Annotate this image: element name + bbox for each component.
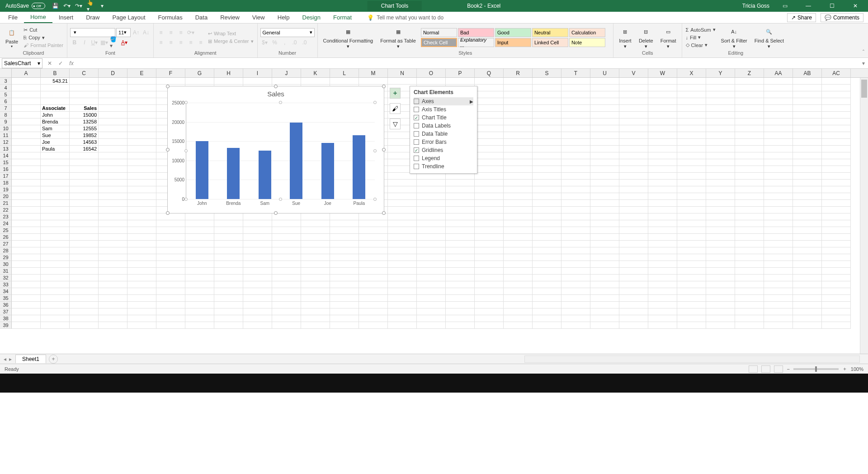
cell[interactable] bbox=[648, 125, 677, 132]
cell[interactable] bbox=[648, 132, 677, 139]
cell[interactable] bbox=[301, 315, 330, 322]
cell[interactable] bbox=[706, 200, 735, 207]
cell[interactable] bbox=[677, 98, 706, 105]
cell[interactable] bbox=[99, 186, 127, 193]
cell[interactable] bbox=[41, 275, 70, 281]
cell[interactable] bbox=[619, 132, 648, 139]
cell[interactable] bbox=[504, 275, 533, 281]
cell[interactable] bbox=[214, 261, 243, 268]
cell[interactable] bbox=[735, 295, 764, 302]
cell[interactable] bbox=[272, 241, 301, 247]
chart-bar[interactable] bbox=[321, 143, 334, 199]
cell[interactable] bbox=[648, 207, 677, 213]
tab-file[interactable]: File bbox=[2, 12, 24, 23]
cell[interactable] bbox=[504, 112, 533, 118]
cell[interactable] bbox=[561, 275, 590, 281]
cell[interactable] bbox=[99, 132, 127, 139]
cell[interactable] bbox=[735, 302, 764, 308]
cell[interactable] bbox=[417, 207, 446, 213]
cell[interactable] bbox=[330, 254, 359, 261]
cell[interactable] bbox=[735, 193, 764, 200]
cell[interactable] bbox=[793, 193, 822, 200]
cell[interactable] bbox=[446, 261, 475, 268]
cell[interactable] bbox=[243, 322, 272, 329]
cell[interactable] bbox=[156, 308, 185, 315]
sheet-nav-prev-icon[interactable]: ◂ bbox=[4, 356, 6, 362]
cell[interactable] bbox=[822, 241, 851, 247]
cell[interactable] bbox=[822, 200, 851, 207]
cell[interactable] bbox=[561, 85, 590, 91]
cell[interactable] bbox=[706, 227, 735, 234]
cell[interactable] bbox=[590, 302, 619, 308]
cell[interactable]: Associate bbox=[41, 105, 70, 112]
cell[interactable] bbox=[127, 139, 156, 146]
cell[interactable] bbox=[99, 125, 127, 132]
cell[interactable] bbox=[41, 85, 70, 91]
cell[interactable] bbox=[619, 118, 648, 125]
cell[interactable] bbox=[475, 227, 504, 234]
column-header[interactable]: B bbox=[41, 69, 70, 77]
cell[interactable] bbox=[41, 159, 70, 166]
orientation-icon[interactable]: ⟳▾ bbox=[186, 28, 195, 37]
cell[interactable] bbox=[793, 159, 822, 166]
cell[interactable] bbox=[446, 281, 475, 288]
cell[interactable] bbox=[504, 302, 533, 308]
cell[interactable]: 13258 bbox=[70, 118, 99, 125]
cell[interactable] bbox=[561, 159, 590, 166]
cell[interactable]: 19852 bbox=[70, 132, 99, 139]
cell[interactable] bbox=[388, 193, 417, 200]
cell[interactable] bbox=[561, 241, 590, 247]
cell[interactable] bbox=[735, 105, 764, 112]
cell[interactable] bbox=[648, 105, 677, 112]
cell[interactable] bbox=[590, 200, 619, 207]
zoom-in-icon[interactable]: ＋ bbox=[842, 365, 847, 372]
redo-icon[interactable]: ↷▾ bbox=[75, 2, 82, 9]
cell[interactable] bbox=[417, 288, 446, 295]
cell[interactable] bbox=[127, 275, 156, 281]
cell[interactable] bbox=[533, 118, 561, 125]
cell[interactable] bbox=[706, 132, 735, 139]
cell[interactable] bbox=[619, 193, 648, 200]
row-header[interactable]: 22 bbox=[0, 207, 12, 213]
cell[interactable] bbox=[330, 220, 359, 227]
cell[interactable] bbox=[677, 125, 706, 132]
cell[interactable] bbox=[12, 78, 41, 85]
row-header[interactable]: 24 bbox=[0, 220, 12, 227]
cell[interactable] bbox=[793, 85, 822, 91]
cell[interactable] bbox=[793, 268, 822, 275]
cell[interactable] bbox=[619, 200, 648, 207]
close-icon[interactable]: ✕ bbox=[847, 0, 863, 12]
cell[interactable] bbox=[127, 98, 156, 105]
column-header[interactable]: V bbox=[619, 69, 648, 77]
row-header[interactable]: 35 bbox=[0, 295, 12, 302]
cell[interactable] bbox=[70, 275, 99, 281]
cell[interactable] bbox=[619, 91, 648, 98]
cell[interactable] bbox=[735, 241, 764, 247]
cell[interactable] bbox=[272, 315, 301, 322]
cell[interactable] bbox=[677, 268, 706, 275]
cell[interactable] bbox=[793, 234, 822, 241]
cell[interactable] bbox=[41, 91, 70, 98]
cell[interactable] bbox=[619, 152, 648, 159]
cell[interactable] bbox=[648, 295, 677, 302]
ribbon-display-options-icon[interactable]: ▭ bbox=[777, 0, 793, 12]
cell[interactable] bbox=[706, 295, 735, 302]
cell[interactable] bbox=[590, 105, 619, 112]
cell[interactable]: Sam bbox=[41, 125, 70, 132]
cell[interactable] bbox=[417, 234, 446, 241]
decrease-decimal-icon[interactable]: .0 bbox=[300, 38, 309, 47]
paste-button[interactable]: 📋 Paste▾ bbox=[3, 25, 21, 49]
cell[interactable] bbox=[793, 105, 822, 112]
cell[interactable] bbox=[185, 302, 214, 308]
cell[interactable] bbox=[677, 78, 706, 85]
cell[interactable] bbox=[590, 247, 619, 254]
cell[interactable] bbox=[185, 261, 214, 268]
cell[interactable] bbox=[561, 132, 590, 139]
cell[interactable] bbox=[504, 166, 533, 173]
cell[interactable] bbox=[533, 132, 561, 139]
row-header[interactable]: 27 bbox=[0, 241, 12, 247]
cell[interactable] bbox=[533, 98, 561, 105]
row-header[interactable]: 36 bbox=[0, 302, 12, 308]
cell[interactable] bbox=[475, 125, 504, 132]
cell[interactable] bbox=[648, 139, 677, 146]
